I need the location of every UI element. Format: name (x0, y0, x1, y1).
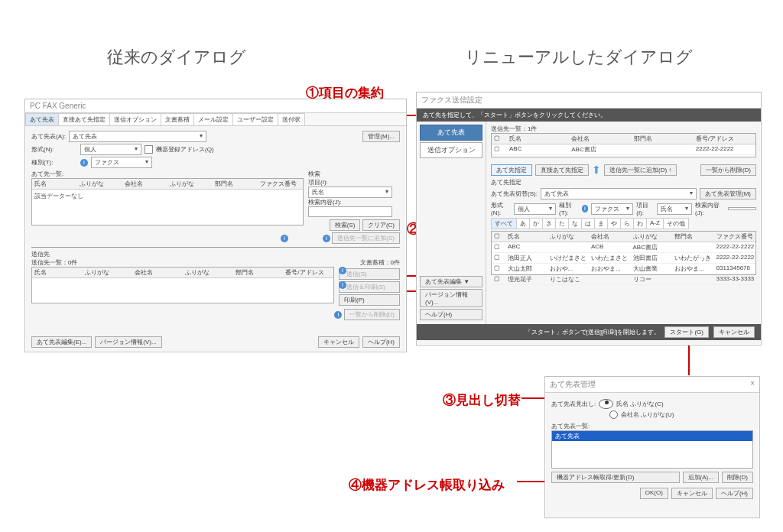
top-list[interactable]: ▢氏名会社名部門名番号/アドレス ▢ABCABC書店2222-22-2222 (491, 133, 756, 157)
clear-button[interactable]: クリア(C) (362, 219, 400, 231)
subtab-2[interactable]: 直接あて先指定 (535, 164, 589, 176)
betsu-select[interactable]: ファクス (591, 203, 633, 215)
naiyou-label: 検索内容(J): (308, 198, 400, 206)
kana-ha[interactable]: は (581, 218, 595, 229)
cancel-button[interactable]: キャンセル (671, 488, 713, 499)
kirikae-select[interactable]: あて先表 (541, 188, 697, 200)
tab-cover[interactable]: 送付状 (278, 113, 305, 125)
info-icon: i (80, 159, 88, 167)
import-button[interactable]: 機器アドレス帳取得/更新(D) (551, 472, 680, 483)
del-button[interactable]: 一覧から削除(D) (700, 164, 756, 176)
cancel-button[interactable]: キャンセル (713, 326, 755, 338)
kiki-label: 機器登録アドレス(Q) (156, 145, 214, 154)
kana-other[interactable]: その他 (663, 218, 689, 229)
search-button[interactable]: 検索(S) (330, 219, 361, 231)
version-button[interactable]: バージョン情報(V)... (420, 289, 482, 307)
old-tabs[interactable]: あて先表 直接あて先指定 送信オプション 文書蓄積 メール設定 ユーザー設定 送… (25, 113, 406, 126)
footer-msg: 「スタート」ボタンで[送信][印刷]を開始します。 (525, 328, 661, 336)
koumoku-label: 項目(I): (308, 178, 400, 187)
radio-company[interactable] (609, 410, 618, 419)
send-header: 氏名ふりがな会社名ふりがな部門名番号/アドレス (32, 268, 333, 278)
atesaki-label: あて先指定 (491, 178, 756, 187)
old-list[interactable]: 氏名ふりがな会社名ふりがな部門名ファクス番号 該当データーなし (31, 178, 304, 225)
koumoku-label: 項目(I): (636, 201, 654, 216)
soushin-count: 送信先一覧：0件 (31, 258, 77, 267)
info-icon: i (339, 281, 346, 289)
right-title: リニューアルしたダイアログ (465, 46, 693, 69)
kana-all[interactable]: すべて (491, 218, 517, 229)
kana-sa[interactable]: さ (542, 218, 556, 229)
kanri-button[interactable]: あて先表管理(M) (700, 188, 756, 200)
list-header: 氏名ふりがな会社名ふりがな部門名ファクス番号 (32, 179, 303, 190)
naiyou-input[interactable] (728, 207, 756, 210)
kana-ya[interactable]: や (607, 218, 621, 229)
list-item[interactable]: あて先表 (552, 431, 752, 441)
count-label: 送信先一覧：1件 (491, 125, 756, 133)
add-button[interactable]: 追加(A)... (683, 472, 719, 483)
send-list[interactable]: 氏名ふりがな会社名ふりがな部門名番号/アドレス (31, 267, 334, 303)
tab-user[interactable]: ユーザー設定 (232, 113, 278, 125)
ok-button[interactable]: OK(O) (640, 488, 668, 499)
atesaki-select[interactable]: あて先表 (69, 131, 206, 142)
tab-mail[interactable]: メール設定 (193, 113, 233, 125)
help-button[interactable]: ヘルプ(H) (420, 309, 482, 320)
kana-na[interactable]: な (568, 218, 582, 229)
bunsho-count: 文書蓄積：0件 (360, 258, 400, 267)
start-button[interactable]: スタート(G) (664, 326, 709, 338)
keisiki-select[interactable]: 個人 (514, 203, 556, 215)
instruct-bar: あて先を指定して、「スタート」ボタンをクリックしてください。 (417, 109, 761, 122)
send-button[interactable]: 送信(S) (339, 268, 400, 280)
vtab-atesaki[interactable]: あて先表 (420, 125, 482, 141)
edit-button[interactable]: あて先表編集 ▼ (420, 276, 482, 287)
kanri-button[interactable]: 管理(M)... (362, 131, 400, 142)
help-button[interactable]: ヘルプ(H) (716, 488, 753, 499)
add-button[interactable]: 送信先一覧に追加(S) (332, 232, 400, 244)
send-print-button[interactable]: 送信＆印刷(S) (339, 281, 400, 293)
help-button[interactable]: ヘルプ(H) (362, 336, 400, 348)
kana-ma[interactable]: ま (594, 218, 608, 229)
kana-wa[interactable]: わ (633, 218, 647, 229)
kana-ka[interactable]: か (529, 218, 543, 229)
vtab-option[interactable]: 送信オプション (420, 142, 482, 158)
add-button[interactable]: 送信先一覧に追加(D) ↑ (604, 164, 677, 176)
kana-ra[interactable]: ら (620, 218, 634, 229)
new-title: ファクス送信設定 (417, 92, 761, 109)
tab-store[interactable]: 文書蓄積 (161, 113, 194, 125)
kana-a[interactable]: あ (516, 218, 530, 229)
kana-az[interactable]: A-Z (646, 218, 664, 229)
kana-tabs[interactable]: すべて あ か さ た な は ま や ら わ A-Z その他 (491, 218, 756, 229)
r2-label: 会社名 ふりがな(U) (621, 410, 674, 419)
kiki-checkbox[interactable] (145, 145, 153, 154)
del-button[interactable]: 削除(D) (722, 472, 753, 483)
kirikae-label: あて先表切替(S): (491, 190, 538, 198)
info-icon: i (334, 311, 342, 319)
subtab-1[interactable]: あて先指定 (491, 164, 532, 176)
main-list[interactable]: ▢氏名ふりがな会社名ふりがな部門名ファクス番号 ▢ABCACBABC書店2222… (491, 231, 756, 275)
print-button[interactable]: 印刷(P) (339, 294, 400, 306)
arrow-icon: ⬆ (592, 164, 601, 176)
koumoku-select[interactable]: 氏名 (657, 203, 692, 215)
betsu-label: 種別(T): (31, 158, 77, 167)
search-label: 検索 (308, 170, 400, 178)
new-dialog: ファクス送信設定 あて先を指定して、「スタート」ボタンをクリックしてください。 … (416, 92, 762, 345)
naiyou-input[interactable] (308, 206, 392, 217)
version-button[interactable]: バージョン情報(V)... (95, 336, 161, 348)
atesaki-label: あて先表(A): (31, 132, 66, 141)
kana-ta[interactable]: た (555, 218, 569, 229)
close-icon[interactable]: × (750, 379, 755, 390)
callout-4: ④機器アドレス帳取り込み (349, 476, 505, 494)
cancel-button[interactable]: キャンセル (318, 336, 359, 348)
info-icon: i (323, 235, 330, 242)
tab-atesaki[interactable]: あて先表 (25, 113, 59, 125)
radio-name[interactable] (599, 399, 613, 409)
tab-option[interactable]: 送信オプション (109, 113, 161, 125)
list-label: あて先一覧: (31, 170, 304, 178)
tab-direct[interactable]: 直接あて先指定 (58, 113, 110, 125)
del-button[interactable]: 一覧から削除(D) (344, 309, 400, 320)
koumoku-select[interactable]: 氏名 (308, 187, 392, 198)
man-list[interactable]: あて先表 (551, 430, 753, 469)
edit-button[interactable]: あて先表編集(E)... (31, 336, 92, 348)
betsu-select[interactable]: ファクス (91, 157, 152, 168)
old-dialog: PC FAX Generic あて先表 直接あて先指定 送信オプション 文書蓄積… (24, 99, 407, 352)
keisiki-select[interactable]: 個人 (80, 144, 141, 155)
